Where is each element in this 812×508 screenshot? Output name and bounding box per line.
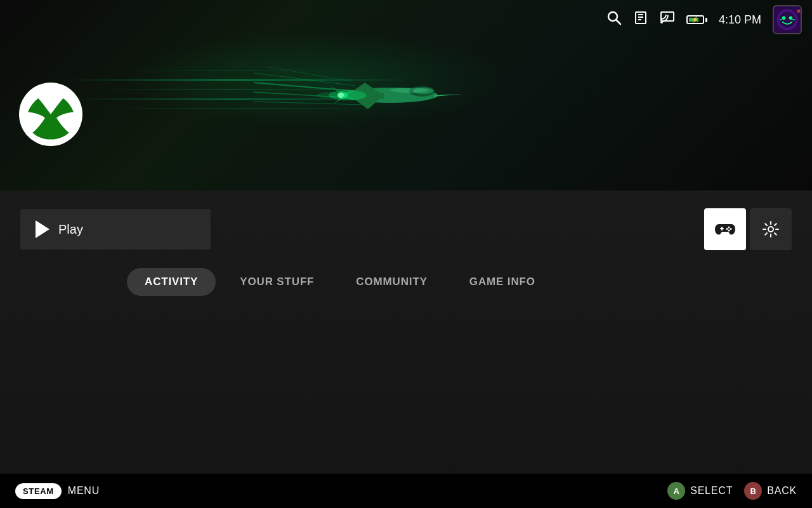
svg-rect-31	[720, 228, 724, 229]
play-icon	[36, 220, 49, 238]
svg-point-26	[789, 17, 792, 20]
action-buttons	[704, 208, 792, 250]
svg-line-15	[616, 20, 620, 24]
svg-point-10	[390, 88, 428, 93]
battery-icon: ⚡	[686, 15, 707, 24]
btn-a-circle: A	[667, 482, 685, 500]
steam-menu-area: STEAM MENU	[15, 483, 100, 499]
svg-line-3	[254, 102, 365, 105]
svg-point-12	[317, 92, 343, 98]
jet-image	[254, 32, 476, 159]
controller-button[interactable]	[704, 208, 746, 250]
back-label: BACK	[767, 485, 797, 497]
svg-rect-18	[638, 17, 643, 18]
storage-icon[interactable]	[633, 10, 648, 29]
tab-game-info[interactable]: GAME INFO	[452, 268, 553, 296]
svg-line-4	[266, 67, 352, 81]
svg-point-32	[728, 227, 730, 229]
bottom-bar: STEAM MENU A SELECT B BACK	[0, 474, 812, 508]
time-display: 4:10 PM	[719, 13, 761, 27]
svg-point-33	[730, 228, 732, 230]
xbox-logo	[19, 83, 82, 146]
tab-activity[interactable]: ACTIVITY	[127, 268, 216, 296]
play-label: Play	[58, 222, 83, 237]
btn-b-circle: B	[744, 482, 762, 500]
action-bar: Play	[0, 190, 812, 263]
top-bar: ⚡ 4:10 PM ✕	[596, 0, 812, 39]
svg-rect-19	[638, 19, 641, 20]
svg-point-35	[728, 230, 730, 232]
bottom-right-controls: A SELECT B BACK	[667, 482, 797, 500]
settings-button[interactable]	[750, 208, 792, 250]
steam-badge[interactable]: STEAM	[15, 483, 62, 499]
main-content: Play	[0, 190, 812, 508]
menu-label: MENU	[68, 485, 100, 497]
tab-community[interactable]: COMMUNITY	[338, 268, 445, 296]
svg-text:✕: ✕	[796, 8, 801, 15]
tab-your-stuff[interactable]: YOUR STUFF	[222, 268, 332, 296]
tabs-container: ACTIVITY YOUR STUFF COMMUNITY GAME INFO	[0, 263, 812, 309]
cast-icon[interactable]	[660, 10, 675, 29]
play-button[interactable]: Play	[20, 209, 211, 250]
btn-b-indicator: B BACK	[744, 482, 797, 500]
select-label: SELECT	[690, 485, 733, 497]
svg-point-25	[782, 17, 785, 20]
svg-point-34	[726, 228, 728, 230]
search-icon[interactable]	[606, 10, 622, 29]
avatar[interactable]: ✕	[773, 5, 802, 34]
svg-rect-17	[638, 14, 643, 15]
btn-a-indicator: A SELECT	[667, 482, 733, 500]
svg-point-36	[768, 227, 773, 232]
